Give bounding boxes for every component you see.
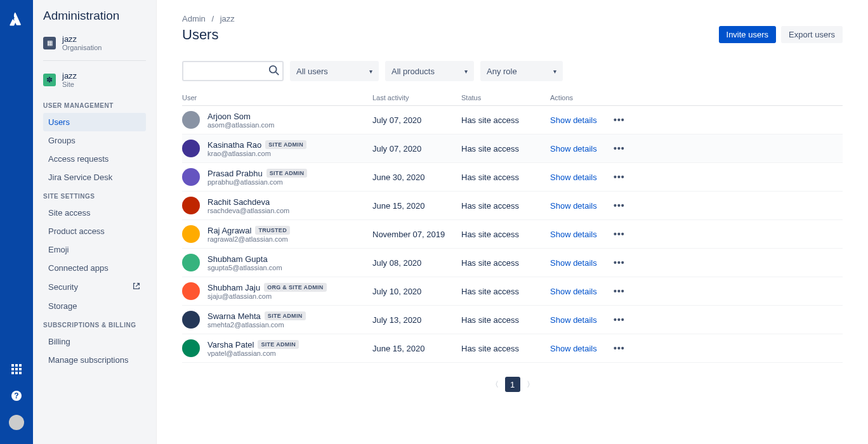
org-icon: ▦ <box>43 37 56 49</box>
more-actions-icon[interactable]: ••• <box>614 315 639 325</box>
page-title: Users <box>182 27 218 43</box>
user-name: Varsha Patel SITE ADMIN <box>207 340 299 349</box>
table-row: Swarna Mehta SITE ADMIN smehta2@atlassia… <box>182 306 843 334</box>
section-billing: SUBSCRIPTIONS & BILLING <box>43 322 146 329</box>
sidebar-item-groups[interactable]: Groups <box>43 131 146 150</box>
site-name: jazz <box>62 71 77 81</box>
more-actions-icon[interactable]: ••• <box>614 229 639 239</box>
sidebar: Administration ▦ jazz Organisation ✽ jaz… <box>33 0 157 444</box>
user-avatar <box>182 168 200 186</box>
section-site-settings: SITE SETTINGS <box>43 193 146 200</box>
site-sub: Site <box>62 81 77 88</box>
show-details-link[interactable]: Show details <box>550 315 614 325</box>
svg-rect-8 <box>19 372 22 374</box>
sidebar-item-access-requests[interactable]: Access requests <box>43 150 146 168</box>
show-details-link[interactable]: Show details <box>550 201 614 211</box>
svg-rect-1 <box>15 364 18 367</box>
filter-role-label: Any role <box>487 67 517 76</box>
more-actions-icon[interactable]: ••• <box>614 115 639 125</box>
svg-rect-4 <box>15 368 18 370</box>
last-activity: July 08, 2020 <box>372 258 461 268</box>
filter-users[interactable]: All users ▾ <box>290 61 379 81</box>
filter-products[interactable]: All products ▾ <box>385 61 474 81</box>
show-details-link[interactable]: Show details <box>550 230 614 239</box>
last-activity: November 07, 2019 <box>372 230 461 239</box>
atlassian-logo-icon[interactable] <box>9 11 24 29</box>
show-details-link[interactable]: Show details <box>550 344 614 353</box>
svg-rect-2 <box>19 364 22 367</box>
filter-users-label: All users <box>296 67 328 76</box>
user-email: asom@atlassian.com <box>207 121 274 129</box>
profile-avatar-icon[interactable] <box>9 415 24 430</box>
sidebar-item-storage[interactable]: Storage <box>43 297 146 315</box>
sidebar-item-connected-apps[interactable]: Connected apps <box>43 259 146 277</box>
show-details-link[interactable]: Show details <box>550 287 614 296</box>
more-actions-icon[interactable]: ••• <box>614 258 639 268</box>
user-email: krao@atlassian.com <box>207 150 306 157</box>
status: Has site access <box>461 315 550 325</box>
org-sub: Organisation <box>62 44 102 51</box>
more-actions-icon[interactable]: ••• <box>614 286 639 296</box>
page-1[interactable]: 1 <box>505 377 520 392</box>
more-actions-icon[interactable]: ••• <box>614 200 639 211</box>
more-actions-icon[interactable]: ••• <box>614 172 639 182</box>
user-name: Swarna Mehta SITE ADMIN <box>207 311 306 321</box>
user-avatar <box>182 282 200 300</box>
main-content: Admin / jazz Users Invite users Export u… <box>157 0 868 444</box>
sidebar-item-users[interactable]: Users <box>43 113 146 131</box>
sidebar-item-jira-service-desk[interactable]: Jira Service Desk <box>43 168 146 186</box>
show-details-link[interactable]: Show details <box>550 173 614 182</box>
filter-role[interactable]: Any role ▾ <box>480 61 563 81</box>
last-activity: June 15, 2020 <box>372 201 461 211</box>
last-activity: July 07, 2020 <box>372 144 461 153</box>
sidebar-item-security[interactable]: Security <box>43 277 146 297</box>
export-users-button[interactable]: Export users <box>781 26 843 43</box>
org-name: jazz <box>62 34 102 44</box>
external-link-icon <box>132 282 141 292</box>
site-selector[interactable]: ✽ jazz Site <box>43 69 146 96</box>
search-icon <box>268 65 280 78</box>
show-details-link[interactable]: Show details <box>550 115 614 125</box>
sidebar-item-emoji[interactable]: Emoji <box>43 240 146 259</box>
user-avatar <box>182 225 200 243</box>
status: Has site access <box>461 230 550 239</box>
sidebar-item-product-access[interactable]: Product access <box>43 222 146 240</box>
user-name: Shubham Gupta <box>207 254 282 264</box>
last-activity: June 15, 2020 <box>372 344 461 353</box>
sidebar-item-manage-subscriptions[interactable]: Manage subscriptions <box>43 351 146 369</box>
table-row: Shubham Jaju ORG & SITE ADMIN sjaju@atla… <box>182 277 843 306</box>
page-prev-icon[interactable]: 〈 <box>491 379 499 390</box>
show-details-link[interactable]: Show details <box>550 258 614 268</box>
section-user-management: USER MANAGEMENT <box>43 102 146 109</box>
chevron-down-icon: ▾ <box>553 68 556 75</box>
svg-rect-0 <box>11 364 14 367</box>
help-icon[interactable]: ? <box>9 388 24 403</box>
last-activity: July 13, 2020 <box>372 315 461 325</box>
sidebar-item-billing[interactable]: Billing <box>43 332 146 351</box>
user-avatar <box>182 311 200 329</box>
col-status: Status <box>461 94 550 101</box>
show-details-link[interactable]: Show details <box>550 144 614 153</box>
global-rail: ? <box>0 0 33 444</box>
breadcrumb-admin[interactable]: Admin <box>182 14 206 23</box>
user-name: Arjoon Som <box>207 112 274 121</box>
user-email: rsachdeva@atlassian.com <box>207 207 289 214</box>
more-actions-icon[interactable]: ••• <box>614 143 639 153</box>
org-selector[interactable]: ▦ jazz Organisation <box>43 32 146 61</box>
invite-users-button[interactable]: Invite users <box>719 26 776 43</box>
more-actions-icon[interactable]: ••• <box>614 343 639 353</box>
app-switcher-icon[interactable] <box>9 362 24 377</box>
col-user: User <box>182 94 372 101</box>
user-avatar <box>182 197 200 214</box>
sidebar-item-site-access[interactable]: Site access <box>43 204 146 222</box>
chevron-down-icon: ▾ <box>369 68 372 75</box>
svg-point-11 <box>270 66 277 73</box>
breadcrumb-current: jazz <box>220 14 235 23</box>
user-email: pprabhu@atlassian.com <box>207 178 307 186</box>
page-next-icon[interactable]: 〉 <box>527 379 534 390</box>
site-icon: ✽ <box>43 74 56 86</box>
last-activity: June 30, 2020 <box>372 173 461 182</box>
status: Has site access <box>461 344 550 353</box>
user-avatar <box>182 140 200 157</box>
svg-rect-5 <box>19 368 22 370</box>
